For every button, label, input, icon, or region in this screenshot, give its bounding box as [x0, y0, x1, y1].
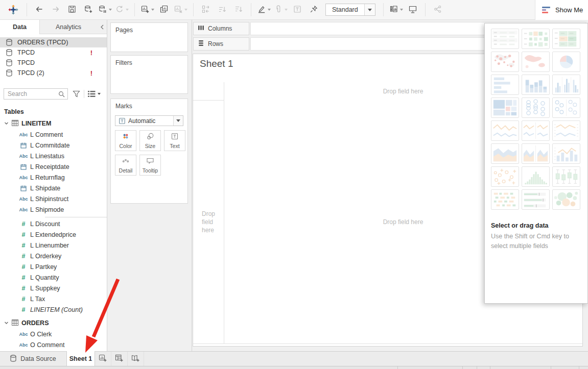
marks-color-button[interactable]: Color [115, 130, 136, 151]
database-icon [10, 355, 16, 363]
datasource-label: TPCD [17, 49, 35, 56]
field-item[interactable]: # L Suppkey [0, 283, 107, 293]
field-item[interactable]: # L Extendedprice [0, 229, 107, 240]
field-item[interactable]: # L Orderkey [0, 251, 107, 261]
table-header[interactable]: ORDERS [0, 317, 107, 329]
pause-auto-updates-button[interactable] [97, 2, 113, 17]
highlight-button[interactable] [256, 2, 272, 17]
presentation-mode-button[interactable] [405, 2, 420, 17]
number-field-icon: # [17, 220, 30, 228]
filter-fields-icon[interactable] [73, 90, 80, 97]
field-item[interactable]: Abc L Returnflag [0, 172, 107, 183]
datasource-item[interactable]: ORDERS (TPCD) [0, 37, 107, 47]
undo-icon [35, 5, 44, 15]
field-item[interactable]: Abc O Clerk [0, 329, 107, 339]
showme-dual-combination-thumbnail [552, 143, 580, 164]
field-item[interactable]: # L Partkey [0, 261, 107, 272]
field-item[interactable]: L Commitdate [0, 140, 107, 151]
highlight-icon [257, 5, 266, 15]
field-item[interactable]: Abc L Linestatus [0, 151, 107, 161]
tab-data-source[interactable]: Data Source [0, 352, 66, 366]
database-icon [6, 39, 13, 46]
showme-histogram-thumbnail [522, 166, 550, 187]
mark-type-dropdown[interactable]: Automatic [115, 115, 183, 126]
field-item[interactable]: L Shipdate [0, 183, 107, 193]
field-item[interactable]: # L Linenumber [0, 240, 107, 251]
show-me-grid [491, 29, 580, 210]
toolbar-separator [383, 3, 384, 16]
database-icon [6, 69, 13, 77]
chevron-down-icon[interactable] [173, 116, 183, 126]
tableau-workbook-window: Standard Show Me Data Analytics ORDERS (… [0, 0, 588, 369]
marks-label: Marks [111, 99, 187, 110]
field-item[interactable]: Abc L Shipmode [0, 204, 107, 215]
marks-size-label: Size [145, 143, 155, 149]
field-label: L Comment [30, 131, 63, 138]
chevron-down-icon[interactable] [4, 319, 9, 327]
number-field-icon: # [17, 285, 30, 292]
field-item[interactable]: # L Quantity [0, 272, 107, 283]
field-label: L Receiptdate [30, 163, 69, 170]
field-item[interactable]: Abc O Comment [0, 339, 107, 350]
chevron-down-icon[interactable] [364, 4, 375, 15]
datasource-item[interactable]: TPCD ! [0, 47, 107, 58]
undo-button[interactable] [32, 2, 47, 17]
tab-sheet-1[interactable]: Sheet 1 [66, 351, 95, 366]
marks-text-button[interactable]: Text [164, 130, 185, 151]
showme-packed-bubbles-thumbnail [552, 189, 580, 210]
view-options-icon[interactable] [88, 91, 101, 97]
drop-zone-rows[interactable]: Drop field here [193, 100, 224, 343]
fix-axes-icon [309, 5, 318, 15]
rows-shelf-label: Rows [193, 37, 249, 51]
table-name: LINEITEM [21, 120, 51, 127]
field-label: L Linestatus [30, 153, 64, 160]
field-label: LINEITEM (Count) [30, 306, 83, 313]
search-input[interactable]: Search [4, 88, 68, 100]
fix-axes-button[interactable] [306, 2, 321, 17]
number-field-icon: # [17, 253, 30, 260]
field-label: L Returnflag [30, 174, 65, 181]
datasource-label: TPCD [17, 59, 35, 66]
marks-size-button[interactable]: Size [139, 130, 161, 151]
sheet-tab-bar: Data Source Sheet 1 [0, 351, 588, 366]
marks-tooltip-button[interactable]: Tooltip [139, 155, 161, 176]
run-auto-update-button [114, 2, 130, 17]
field-item[interactable]: # L Discount [0, 218, 107, 229]
new-dashboard-button[interactable] [111, 352, 128, 366]
field-item[interactable]: # L Tax [0, 293, 107, 304]
table-header[interactable]: LINEITEM [0, 118, 107, 129]
field-item[interactable]: # LINEITEM (Count) [0, 304, 107, 315]
new-worksheet-button[interactable] [139, 2, 155, 17]
pages-shelf[interactable]: Pages [110, 22, 188, 52]
tab-analytics[interactable]: Analytics [40, 20, 97, 34]
tab-data[interactable]: Data [0, 20, 40, 34]
field-item[interactable]: Abc L Shipinstruct [0, 193, 107, 204]
fit-selector[interactable]: Standard [325, 4, 375, 16]
duplicate-sheet-button[interactable] [156, 2, 172, 17]
show-hide-cards-button[interactable] [388, 2, 404, 17]
datasource-item[interactable]: TPCD (2) ! [0, 68, 107, 78]
sort-descending-icon [234, 5, 243, 15]
columns-label-text: Columns [208, 25, 232, 32]
filters-shelf[interactable]: Filters [110, 55, 188, 94]
showme-side-by-side-bars-thumbnail [552, 75, 580, 95]
datasource-item[interactable]: TPCD [0, 58, 107, 68]
save-button[interactable] [64, 2, 80, 17]
field-item[interactable]: Abc L Comment [0, 129, 107, 140]
showme-stacked-bars-thumbnail [522, 75, 550, 95]
show-me-hint: Use the Shift or Cmd key to select multi… [491, 232, 574, 251]
text-icon [170, 132, 179, 142]
new-worksheet-button[interactable] [95, 352, 111, 366]
showme-gantt-thumbnail [491, 189, 519, 210]
new-data-source-button[interactable] [81, 2, 96, 17]
new-story-button[interactable] [128, 352, 144, 366]
chevron-down-icon [126, 9, 129, 11]
show-mark-labels-button [290, 2, 305, 17]
collapse-pane-icon[interactable] [97, 20, 107, 34]
field-item[interactable]: L Receiptdate [0, 161, 107, 172]
search-row: Search [0, 87, 107, 101]
marks-detail-button[interactable]: Detail [115, 155, 136, 176]
chevron-down-icon[interactable] [4, 120, 9, 127]
show-me-button[interactable]: Show Me [535, 0, 588, 20]
data-pane: Data Analytics ORDERS (TPCD) TPCD ! TPCD… [0, 20, 107, 351]
